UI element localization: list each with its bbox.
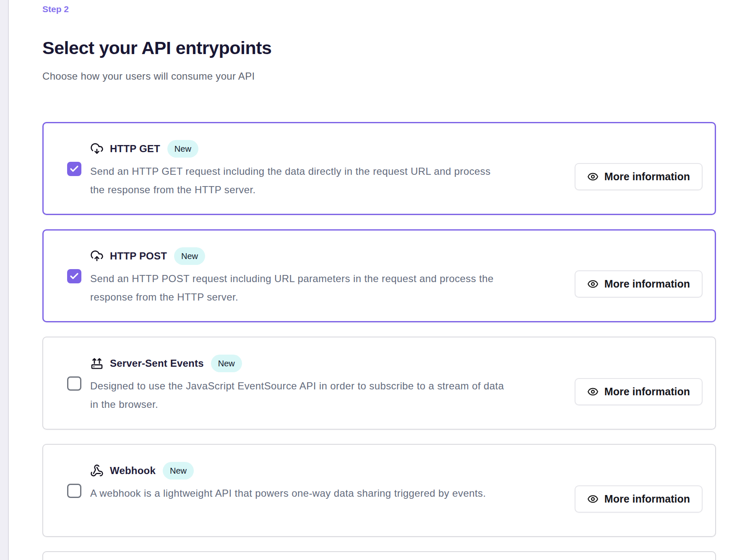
entrypoint-title: Webhook <box>110 465 156 477</box>
entrypoint-description: Designed to use the JavaScript EventSour… <box>90 377 505 414</box>
entrypoint-card-content: Server-Sent Events New Designed to use t… <box>90 354 575 414</box>
more-information-button[interactable]: More information <box>575 485 703 513</box>
entrypoint-card-content: HTTP POST New Send an HTTP POST request … <box>90 247 575 306</box>
entrypoint-card-content: HTTP GET New Send an HTTP GET request in… <box>90 140 575 199</box>
page-subtitle: Choose how your users will consume your … <box>42 70 716 82</box>
wizard-step-panel: Step 2 Select your API entrypoints Choos… <box>42 0 716 560</box>
eye-icon <box>587 278 599 290</box>
new-badge: New <box>174 247 205 265</box>
webhook-icon <box>90 464 104 477</box>
more-information-label: More information <box>604 278 690 290</box>
entrypoint-title-row: HTTP GET New <box>90 140 575 158</box>
page-title: Select your API entrypoints <box>42 38 716 58</box>
more-information-label: More information <box>604 386 690 398</box>
more-information-button[interactable]: More information <box>575 163 703 190</box>
entrypoint-card-webhook[interactable]: Webhook New A webhook is a lightweight A… <box>42 444 716 537</box>
entrypoint-card-server-sent-events[interactable]: Server-Sent Events New Designed to use t… <box>42 337 716 430</box>
entrypoint-card-content: Webhook New A webhook is a lightweight A… <box>90 461 575 503</box>
entrypoint-title: HTTP GET <box>110 143 160 155</box>
new-badge: New <box>211 355 242 372</box>
entrypoint-description: Send an HTTP GET request including the d… <box>90 162 505 199</box>
cloud-upload-icon <box>90 249 104 263</box>
entrypoint-checkbox[interactable] <box>67 162 81 176</box>
page-left-gutter <box>0 0 9 560</box>
eye-icon <box>587 386 599 397</box>
new-badge: New <box>163 462 194 480</box>
entrypoint-title: Server-Sent Events <box>110 358 204 369</box>
new-badge: New <box>167 140 198 158</box>
eye-icon <box>587 171 599 182</box>
entrypoint-checkbox[interactable] <box>67 376 81 391</box>
entrypoint-title: HTTP POST <box>110 250 167 262</box>
entrypoint-title-row: Server-Sent Events New <box>90 354 575 373</box>
entrypoint-checkbox[interactable] <box>67 484 81 498</box>
entrypoint-card-list: HTTP GET New Send an HTTP GET request in… <box>42 122 716 560</box>
entrypoint-description: Send an HTTP POST request including URL … <box>90 270 505 306</box>
server-sent-events-icon <box>90 357 104 370</box>
more-information-button[interactable]: More information <box>575 378 703 405</box>
eye-icon <box>587 493 599 505</box>
more-information-label: More information <box>604 171 690 183</box>
cloud-download-icon <box>90 142 104 156</box>
entrypoint-description: A webhook is a lightweight API that powe… <box>90 484 505 503</box>
entrypoint-card-http-post[interactable]: HTTP POST New Send an HTTP POST request … <box>42 229 716 322</box>
entrypoint-title-row: Webhook New <box>90 461 575 480</box>
entrypoint-card-partial <box>42 551 716 560</box>
entrypoint-title-row: HTTP POST New <box>90 247 575 265</box>
checkmark-icon <box>69 271 79 281</box>
more-information-button[interactable]: More information <box>575 270 703 298</box>
entrypoint-checkbox[interactable] <box>67 269 81 283</box>
checkmark-icon <box>69 164 79 174</box>
entrypoint-card-http-get[interactable]: HTTP GET New Send an HTTP GET request in… <box>42 122 716 215</box>
step-label: Step 2 <box>42 4 716 14</box>
more-information-label: More information <box>604 493 690 505</box>
